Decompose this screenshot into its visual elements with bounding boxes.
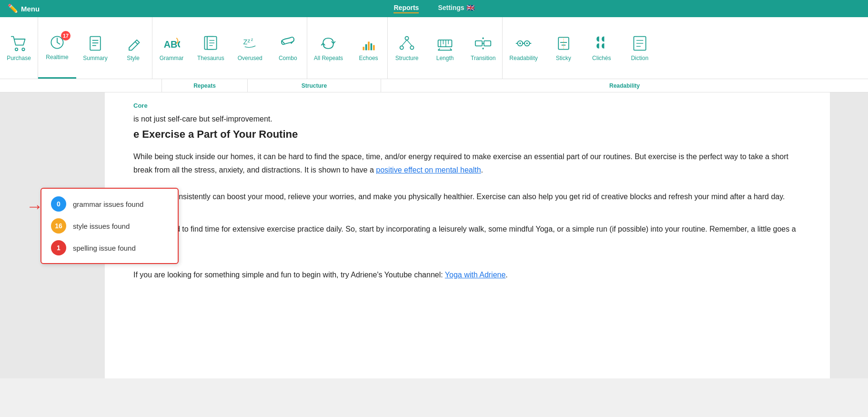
style-count-badge: 16	[51, 218, 66, 234]
svg-point-22	[400, 46, 404, 49]
toolbar-length[interactable]: Length	[426, 17, 464, 79]
svg-point-23	[410, 46, 414, 49]
structure-icon	[398, 35, 415, 52]
svg-rect-18	[368, 41, 370, 50]
toolbar: Purchase 17 Realtime Summary	[0, 17, 868, 79]
article-content: is not just self-care but self-improveme…	[133, 115, 800, 282]
red-arrow-indicator: →	[26, 196, 43, 216]
echoes-label: Echoes	[359, 55, 378, 61]
article-para4: If you are looking for something simple …	[133, 268, 800, 282]
structure-label: Structure	[395, 55, 419, 61]
purchase-icon	[10, 35, 28, 52]
toolbar-style[interactable]: Style	[114, 17, 152, 79]
svg-line-25	[407, 40, 412, 46]
thesaurus-icon	[202, 35, 219, 52]
grammar-issues-row: 0 grammar issues found	[51, 196, 168, 212]
svg-rect-26	[438, 40, 452, 46]
toolbar-diction[interactable]: Diction	[621, 17, 659, 79]
overused-label: Overused	[238, 55, 262, 61]
svg-rect-20	[373, 45, 375, 50]
combo-icon	[279, 35, 296, 52]
section-label-repeats: Repeats	[162, 79, 248, 92]
toolbar-thesaurus[interactable]: Thesaurus	[191, 17, 231, 79]
summary-label: Summary	[83, 55, 107, 61]
cliches-label: Clichés	[592, 55, 611, 61]
echoes-icon	[360, 35, 377, 52]
thesaurus-label: Thesaurus	[197, 55, 224, 61]
sticky-label: Sticky	[556, 55, 571, 61]
menu-label: Menu	[21, 5, 40, 13]
style-label: Style	[127, 55, 140, 61]
spelling-issues-label: spelling issue found	[73, 244, 136, 252]
style-issues-row: 16 style issues found	[51, 218, 168, 234]
mental-health-link[interactable]: positive effect on mental health	[376, 166, 481, 174]
transition-label: Transition	[471, 55, 495, 61]
readability-icon	[515, 35, 532, 52]
nav-reports[interactable]: Reports	[394, 4, 419, 13]
toolbar-summary[interactable]: Summary	[76, 17, 114, 79]
svg-text:z: z	[251, 37, 253, 41]
svg-point-43	[526, 42, 528, 44]
core-section-label: Core	[133, 102, 801, 109]
nav-settings[interactable]: Settings 🇬🇧	[438, 4, 474, 13]
svg-line-24	[402, 40, 407, 46]
grammar-count-badge: 0	[51, 196, 66, 212]
svg-point-0	[15, 48, 17, 50]
toolbar-readability[interactable]: Readability	[503, 17, 544, 79]
toolbar-combo[interactable]: Combo	[269, 17, 307, 79]
toolbar-structure[interactable]: Structure	[388, 17, 426, 79]
right-sidebar	[830, 92, 868, 378]
svg-point-42	[519, 42, 521, 44]
length-label: Length	[436, 55, 454, 61]
svg-rect-19	[370, 43, 372, 50]
section-label-readability: Readability	[381, 79, 868, 92]
realtime-icon: 17	[49, 34, 66, 51]
toolbar-overused[interactable]: Z z z Overused	[231, 17, 269, 79]
article-intro: is not just self-care but self-improveme…	[133, 115, 800, 123]
all-repeats-icon	[320, 35, 337, 52]
grammar-icon: ABC	[163, 35, 180, 52]
content-area: Core is not just self-care but self-impr…	[105, 92, 830, 378]
menu-icon: ✏️	[8, 3, 18, 14]
toolbar-transition[interactable]: Transition	[464, 17, 503, 79]
toolbar-sticky[interactable]: Sticky	[545, 17, 583, 79]
toolbar-realtime[interactable]: 17 Realtime	[38, 17, 76, 79]
svg-text:z: z	[247, 37, 250, 43]
section-label-core	[0, 79, 162, 92]
article-para3: It can be hard to find time for extensiv…	[133, 223, 800, 249]
svg-point-21	[405, 36, 409, 40]
yoga-adriene-link[interactable]: Yoga with Adriene	[445, 271, 506, 279]
style-issues-label: style issues found	[73, 222, 130, 230]
style-icon	[125, 35, 142, 52]
grammar-label: Grammar	[160, 55, 184, 61]
article-heading: e Exercise a Part of Your Routine	[133, 128, 800, 141]
toolbar-purchase[interactable]: Purchase	[0, 17, 38, 79]
toolbar-grammar[interactable]: ABC Grammar	[152, 17, 191, 79]
cliches-icon	[593, 35, 610, 52]
top-nav-links: Reports Settings 🇬🇧	[394, 4, 474, 13]
purchase-label: Purchase	[7, 55, 31, 61]
svg-rect-33	[484, 41, 491, 46]
spelling-count-badge: 1	[51, 240, 66, 255]
overused-icon: Z z z	[242, 35, 259, 52]
toolbar-all-repeats[interactable]: All Repeats	[307, 17, 350, 79]
diction-icon	[631, 35, 648, 52]
issues-popup: 0 grammar issues found 16 style issues f…	[40, 188, 179, 264]
diction-label: Diction	[631, 55, 648, 61]
svg-point-1	[22, 48, 24, 50]
svg-rect-32	[475, 41, 482, 46]
combo-label: Combo	[279, 55, 297, 61]
article-para1: While being stuck inside our homes, it c…	[133, 150, 800, 177]
section-labels-row: Repeats Structure Readability	[0, 79, 868, 92]
menu-button[interactable]: ✏️ Menu	[8, 3, 40, 14]
toolbar-cliches[interactable]: Clichés	[583, 17, 621, 79]
length-icon	[436, 35, 454, 52]
spelling-issues-row: 1 spelling issue found	[51, 240, 168, 255]
main-area: → 0 grammar issues found 16 style issues…	[0, 92, 868, 378]
section-label-structure: Structure	[248, 79, 381, 92]
toolbar-echoes[interactable]: Echoes	[350, 17, 388, 79]
transition-icon	[474, 35, 492, 52]
realtime-badge: 17	[61, 31, 71, 41]
top-navbar: ✏️ Menu Reports Settings 🇬🇧	[0, 0, 868, 17]
summary-icon	[87, 35, 104, 52]
